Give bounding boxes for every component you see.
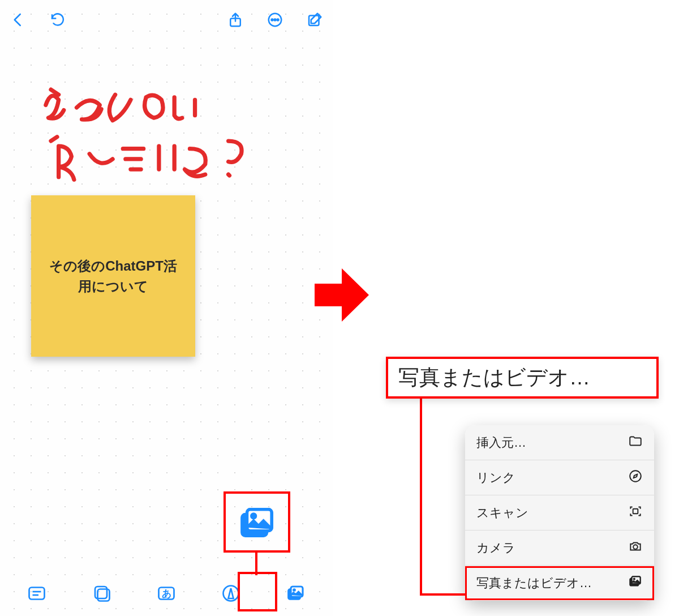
insert-menu-popover: 挿入元… リンク スキャン カメラ 写真またはビデオ… xyxy=(465,425,654,601)
compass-icon xyxy=(628,469,643,487)
menu-item-label: 写真またはビデオ… xyxy=(476,575,592,592)
text-style-icon[interactable]: あ xyxy=(153,580,180,607)
svg-point-2 xyxy=(272,19,273,21)
svg-point-46 xyxy=(634,579,635,580)
svg-point-4 xyxy=(277,19,279,21)
compose-icon[interactable] xyxy=(302,7,327,32)
svg-rect-41 xyxy=(633,508,638,514)
svg-text:あ: あ xyxy=(161,588,171,599)
menu-item-label: リンク xyxy=(476,469,515,486)
drawing-tool-icon[interactable] xyxy=(217,580,244,607)
menu-item-link[interactable]: リンク xyxy=(465,460,654,495)
top-toolbar-left xyxy=(0,0,333,40)
scan-icon xyxy=(628,504,643,522)
undo-icon[interactable] xyxy=(45,7,70,32)
text-block-icon[interactable] xyxy=(23,580,50,607)
left-screen: その後のChatGPT活用について あ xyxy=(0,0,333,616)
red-arrow-icon xyxy=(315,264,369,326)
menu-item-scan[interactable]: スキャン xyxy=(465,495,654,531)
media-insert-button-large[interactable] xyxy=(237,503,277,545)
back-icon[interactable] xyxy=(6,7,31,32)
sticky-note[interactable]: その後のChatGPT活用について xyxy=(31,195,195,357)
bottom-toolbar-left: あ xyxy=(0,571,333,616)
gallery-icon xyxy=(628,574,643,592)
folder-icon xyxy=(628,434,643,452)
connector-line-1 xyxy=(255,553,257,575)
callout-text: 写真またはビデオ… xyxy=(398,363,590,392)
menu-item-camera[interactable]: カメラ xyxy=(465,531,654,566)
callout-label: 写真またはビデオ… xyxy=(386,357,659,399)
menu-item-label: カメラ xyxy=(476,540,515,557)
sticky-add-icon[interactable] xyxy=(88,580,115,607)
media-insert-icon[interactable] xyxy=(282,580,310,607)
svg-point-21 xyxy=(293,589,295,591)
menu-item-label: 挿入元… xyxy=(476,434,526,451)
svg-point-42 xyxy=(633,545,638,549)
camera-icon xyxy=(628,539,643,557)
handwriting-text xyxy=(17,79,311,192)
sticky-note-text: その後のChatGPT活用について xyxy=(48,256,178,297)
connector-line-2 xyxy=(420,399,422,596)
menu-item-photo-video[interactable]: 写真またはビデオ… xyxy=(465,566,654,601)
connector-line-3 xyxy=(420,593,465,596)
svg-point-3 xyxy=(274,19,276,21)
menu-item-label: スキャン xyxy=(476,504,528,521)
svg-point-9 xyxy=(252,514,256,518)
more-icon[interactable] xyxy=(263,7,287,32)
share-icon[interactable] xyxy=(223,7,248,32)
menu-item-insert-from[interactable]: 挿入元… xyxy=(465,425,654,460)
svg-rect-10 xyxy=(29,588,45,600)
svg-point-40 xyxy=(630,470,641,482)
